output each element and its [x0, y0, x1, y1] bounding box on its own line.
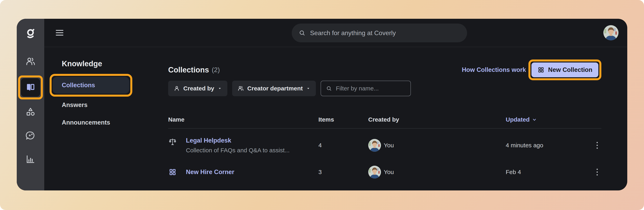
annotation-box-new-collection: New Collection	[528, 59, 601, 80]
people-icon[interactable]	[25, 56, 36, 67]
collections-count: (2)	[212, 66, 220, 74]
user-avatar	[368, 166, 381, 178]
table-header-row: Name Items Created by Updated	[168, 116, 601, 129]
nav-title: Knowledge	[62, 59, 164, 68]
name-cell: Legal Helpdesk Collection of FAQs and Q&…	[168, 137, 318, 154]
user-avatar[interactable]	[603, 25, 618, 40]
guru-logo-icon[interactable]	[24, 27, 37, 40]
header-updated-sort[interactable]: Updated	[506, 116, 537, 123]
name-cell: New Hire Corner	[168, 168, 318, 176]
collections-table: Name Items Created by Updated	[168, 116, 601, 178]
caret-down-icon	[218, 86, 222, 91]
hamburger-menu-icon[interactable]	[56, 30, 63, 36]
nav-item-collections[interactable]: Collections	[52, 77, 129, 94]
how-collections-work-link[interactable]: How Collections work	[462, 66, 526, 73]
bar-chart-icon[interactable]	[25, 154, 36, 165]
items-count: 4	[318, 142, 368, 149]
search-icon	[326, 85, 332, 92]
created-by-filter[interactable]: Created by	[168, 81, 227, 96]
created-by-filter-label: Created by	[183, 85, 214, 92]
created-by-name: You	[384, 142, 394, 149]
updated-value: Feb 4	[506, 169, 594, 175]
items-count: 3	[318, 169, 368, 175]
filter-by-name-field[interactable]	[320, 81, 411, 96]
collections-panel: Collections (2) How Collections work	[164, 47, 627, 190]
scales-icon	[168, 137, 177, 147]
created-by-cell: You	[368, 166, 506, 178]
chevron-down-icon	[532, 117, 537, 122]
annotation-box-collections: Collections	[50, 74, 132, 97]
nav-item-answers[interactable]: Answers	[62, 101, 88, 109]
table-row[interactable]: Legal Helpdesk Collection of FAQs and Q&…	[168, 129, 601, 160]
nav-item-announcements[interactable]: Announcements	[62, 119, 110, 126]
created-by-name: You	[384, 169, 394, 175]
nav-item-label: Collections	[62, 82, 95, 89]
table-row[interactable]: New Hire Corner 3 You Feb 4	[168, 160, 601, 178]
knowledge-nav: Knowledge Collections Answers Announceme…	[44, 47, 164, 190]
search-input[interactable]	[310, 29, 445, 37]
content: Knowledge Collections Answers Announceme…	[44, 47, 627, 190]
main-area: Knowledge Collections Answers Announceme…	[44, 19, 627, 190]
filters-row: Created by	[168, 81, 601, 96]
shapes-icon[interactable]	[25, 106, 36, 117]
grid-icon	[168, 168, 177, 176]
user-avatar	[368, 139, 381, 152]
header-updated-label: Updated	[506, 116, 530, 123]
caret-down-icon	[306, 86, 311, 91]
collection-description: Collection of FAQs and Q&A to assist...	[186, 147, 290, 154]
app-window: Knowledge Collections Answers Announceme…	[17, 19, 627, 190]
kebab-menu-icon[interactable]	[594, 167, 601, 177]
knowledge-book-icon[interactable]	[21, 78, 40, 97]
header-items: Items	[318, 116, 368, 123]
annotation-box-knowledge-icon	[18, 75, 43, 99]
created-by-cell: You	[368, 139, 506, 152]
header-created-by: Created by	[368, 116, 506, 123]
new-collection-button[interactable]: New Collection	[532, 62, 598, 77]
page-title: Collections	[168, 66, 209, 74]
global-search[interactable]	[292, 24, 467, 42]
collection-link[interactable]: Legal Helpdesk	[186, 137, 290, 144]
search-icon	[298, 29, 306, 37]
sidebar	[17, 19, 44, 190]
new-collection-label: New Collection	[548, 66, 592, 73]
chat-sparkle-icon[interactable]	[25, 130, 36, 141]
creator-department-filter-label: Creator department	[247, 85, 303, 92]
topbar	[44, 19, 627, 47]
collection-link[interactable]: New Hire Corner	[186, 168, 234, 176]
filter-by-name-input[interactable]	[335, 85, 401, 92]
creator-department-filter[interactable]: Creator department	[232, 81, 316, 96]
page-background: Knowledge Collections Answers Announceme…	[0, 0, 644, 210]
kebab-menu-icon[interactable]	[594, 141, 601, 150]
group-icon	[237, 85, 244, 92]
updated-value: 4 minutes ago	[506, 142, 594, 149]
grid-icon	[538, 66, 544, 73]
person-icon	[173, 85, 180, 92]
collections-header: Collections (2) How Collections work	[168, 59, 601, 80]
header-name: Name	[168, 116, 318, 123]
